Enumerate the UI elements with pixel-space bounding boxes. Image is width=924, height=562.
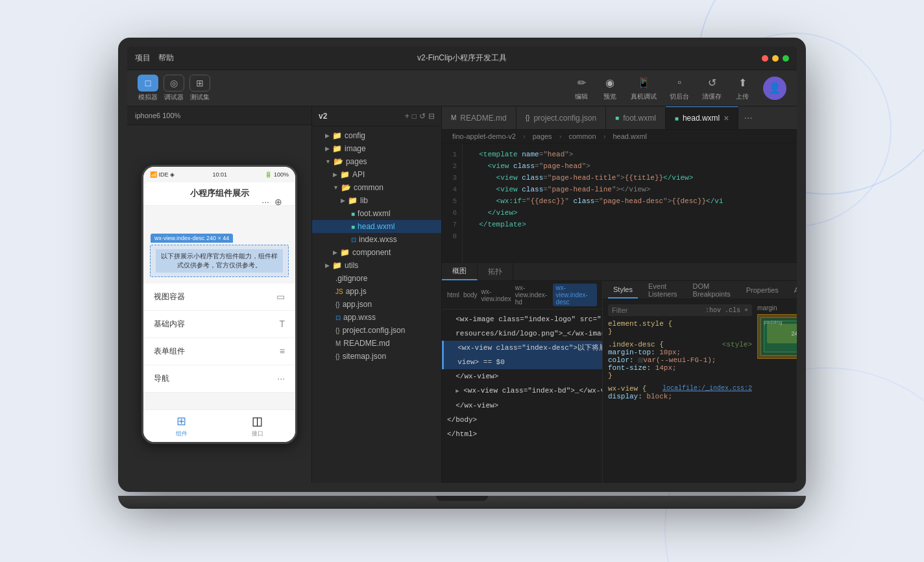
file-explorer: v2 + □ ↺ ⊟ ▶ 📁: [312, 106, 442, 483]
dom-bc-wx-view-desc[interactable]: wx-view.index-desc: [553, 284, 597, 306]
menu-help[interactable]: 帮助: [158, 53, 174, 64]
menu-item-basic[interactable]: 基础内容 T: [143, 311, 295, 338]
bottom-panel: 概图 拓扑 html body wx-view.index wx-view.: [442, 262, 797, 483]
phone-tab-api[interactable]: ◫ 接口: [219, 410, 295, 442]
chevron-right-icon: ▶: [325, 145, 330, 152]
prop-name: font-size: [608, 364, 646, 372]
background-icon: ▫: [672, 75, 687, 90]
nav-dots[interactable]: ···: [261, 197, 269, 207]
json-icon: {}: [335, 301, 340, 308]
file-tree-readme[interactable]: M README.md: [312, 337, 441, 350]
file-name: index.wxss: [359, 235, 397, 244]
file-tree-api[interactable]: ▶ 📁 API: [312, 168, 441, 181]
testset-button[interactable]: ⊞ 测试集: [189, 75, 210, 102]
styles-tab-dom[interactable]: DOM Breakpoints: [688, 281, 736, 299]
device-debug-action[interactable]: 📱 真机调试: [631, 75, 657, 101]
css-prop-font-size: font-size: 14px;: [608, 364, 752, 372]
tab-project-config[interactable]: {} project.config.json: [517, 106, 606, 129]
add-icon[interactable]: +: [744, 307, 748, 314]
edit-action[interactable]: ✏ 编辑: [574, 75, 589, 101]
menu-item-text-2: 表单组件: [154, 346, 185, 357]
file-tree-utils[interactable]: ▶ 📁 utils: [312, 259, 441, 272]
editor-breadcrumb: fino-applet-demo-v2 › pages › common › h…: [442, 130, 797, 143]
clear-cache-action[interactable]: ↺ 清缓存: [702, 75, 722, 101]
js-icon: JS: [335, 288, 343, 295]
json-icon: {}: [335, 353, 340, 360]
phone-tab-component[interactable]: ⊞ 组件: [143, 410, 219, 442]
wxml-icon: ■: [351, 223, 355, 230]
file-tree-component[interactable]: ▶ 📁 component: [312, 246, 441, 259]
file-tree-app-js[interactable]: JS app.js: [312, 285, 441, 298]
file-tree-pages[interactable]: ▼ 📂 pages: [312, 155, 441, 168]
new-folder-icon[interactable]: □: [412, 112, 417, 121]
editor-area: M README.md {} project.config.json ■ foo…: [442, 106, 797, 483]
box-content: 240 × 44: [767, 324, 797, 343]
styles-tab-styles[interactable]: Styles: [608, 281, 638, 299]
nav-close[interactable]: ⊕: [274, 197, 282, 207]
simulator-panel: iphone6 100% 📶 IDE ◈ 10:01 🔋 100%: [127, 106, 312, 483]
file-tree-image[interactable]: ▶ 📁 image: [312, 142, 441, 155]
file-tree: ▶ 📁 config ▶ 📁 image: [312, 127, 441, 365]
simulator-button[interactable]: □ 模拟器: [138, 75, 158, 102]
refresh-icon[interactable]: ↺: [419, 112, 426, 121]
folder-icon: 📁: [340, 248, 350, 257]
breadcrumb-item-2: common: [568, 132, 596, 140]
css-source-link[interactable]: localfile:/_index.css:2: [663, 385, 752, 393]
attr-name: name: [522, 151, 539, 158]
dom-bc-wx-view-hd[interactable]: wx-view.index-hd: [515, 284, 550, 306]
avatar[interactable]: 👤: [763, 77, 786, 100]
tab-close-icon[interactable]: ×: [723, 114, 729, 123]
line-numbers: 1 2 3 4 5 6 7 8: [442, 143, 463, 262]
tab-foot-wxml[interactable]: ■ foot.wxml: [606, 106, 666, 129]
code-line-6: </view>: [470, 207, 789, 219]
window-minimize-button[interactable]: [772, 55, 779, 62]
code-content[interactable]: <template name="head"> <view class="page…: [463, 143, 797, 262]
panel-tab-overview[interactable]: 概图: [442, 263, 478, 280]
file-tree-app-wxss[interactable]: ⊡ app.wxss: [312, 311, 441, 324]
collapse-icon[interactable]: ⊟: [428, 112, 435, 121]
window-close-button[interactable]: [762, 55, 768, 62]
cls-tag[interactable]: .cls: [725, 307, 740, 314]
hov-tag[interactable]: :hov: [705, 307, 721, 314]
simulator-screen-area: 📶 IDE ◈ 10:01 🔋 100% 小程序组件展示 ··· ⊕: [127, 125, 311, 483]
styles-tab-event[interactable]: Event Listeners: [643, 281, 683, 299]
menu-project[interactable]: 项目: [135, 53, 151, 64]
dom-bc-html[interactable]: html: [447, 291, 459, 299]
background-action[interactable]: ▫ 切后台: [670, 75, 689, 101]
more-tabs-icon[interactable]: ···: [738, 112, 757, 124]
tab-readme[interactable]: M README.md: [442, 106, 517, 129]
dom-bc-body[interactable]: body: [463, 291, 478, 299]
file-tree-lib[interactable]: ▶ 📁 lib: [312, 194, 441, 207]
panel-tab-topology[interactable]: 拓扑: [478, 263, 513, 280]
file-tree-project-config[interactable]: {} project.config.json: [312, 324, 441, 337]
val: {{desc}}: [672, 197, 706, 205]
tab-head-wxml[interactable]: ■ head.wxml ×: [666, 106, 739, 129]
css-rule-close-element: }: [608, 328, 752, 336]
file-tree-common[interactable]: ▼ 📂 common: [312, 181, 441, 194]
menu-item-view[interactable]: 视图容器 ▭: [143, 284, 295, 311]
edit-icon: ✏: [574, 75, 589, 90]
tag-template: <template: [479, 151, 517, 158]
line-num-8: 8: [442, 230, 462, 242]
md-icon: M: [335, 340, 341, 347]
filter-input[interactable]: [612, 306, 701, 314]
file-tree-index-wxss[interactable]: ⊡ index.wxss: [312, 233, 441, 246]
window-maximize-button[interactable]: [783, 55, 789, 62]
expand-icon: ▶: [456, 388, 459, 395]
menu-item-form[interactable]: 表单组件 ≡: [143, 338, 295, 365]
file-tree-app-json[interactable]: {} app.json: [312, 298, 441, 311]
debugger-button[interactable]: ◎ 调试器: [164, 75, 184, 102]
styles-tab-accessibility[interactable]: Accessibility: [789, 281, 797, 299]
menu-item-nav[interactable]: 导航 ···: [143, 365, 295, 393]
dom-bc-wx-view[interactable]: wx-view.index: [481, 288, 511, 302]
file-tree-foot-wxml[interactable]: ■ foot.wxml: [312, 207, 441, 220]
preview-action[interactable]: ◉ 预览: [602, 75, 618, 101]
upload-action[interactable]: ⬆ 上传: [735, 75, 750, 101]
new-file-icon[interactable]: +: [405, 112, 409, 121]
file-tree-sitemap[interactable]: {} sitemap.json: [312, 350, 441, 363]
styles-tab-properties[interactable]: Properties: [741, 281, 784, 299]
file-tree-head-wxml[interactable]: ■ head.wxml: [312, 220, 441, 233]
prop-name: display: [608, 393, 638, 400]
file-tree-gitignore[interactable]: .gitignore: [312, 272, 441, 285]
file-tree-config[interactable]: ▶ 📁 config: [312, 129, 441, 142]
